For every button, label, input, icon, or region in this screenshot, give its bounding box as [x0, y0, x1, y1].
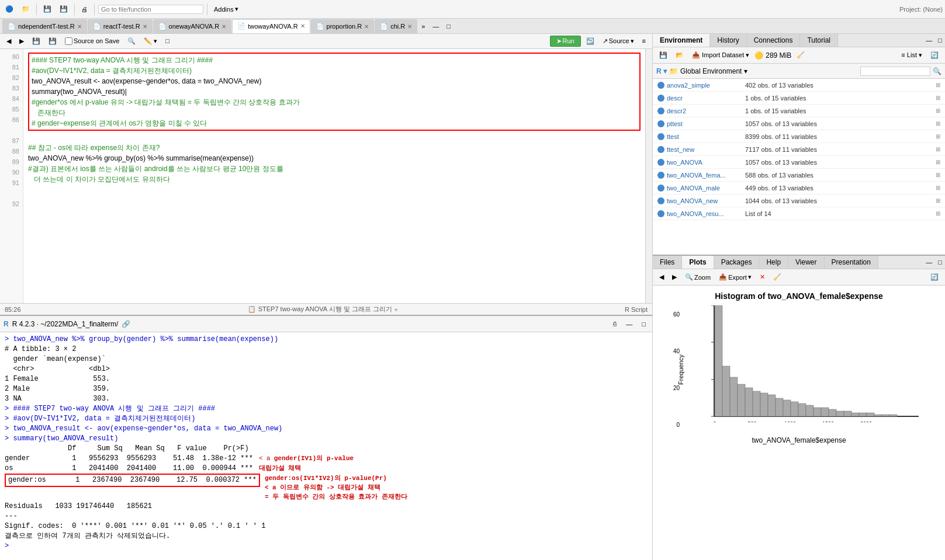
forward-btn[interactable]: ▶ [16, 36, 27, 47]
tab-help[interactable]: Help [759, 256, 788, 269]
source-on-save-check[interactable] [65, 37, 72, 45]
svg-rect-21 [829, 409, 836, 416]
tab-twoway[interactable]: 📄 twowayANOVA.R ✕ [232, 19, 310, 33]
go-to-input[interactable] [98, 5, 203, 14]
tab-connections[interactable]: Connections [747, 34, 801, 47]
svg-rect-23 [844, 411, 851, 416]
env-save-btn[interactable]: 💾 [656, 50, 670, 61]
console-line-5: 1 Female 553. [5, 374, 648, 384]
search-btn[interactable]: 🔍 [124, 36, 139, 47]
back-btn[interactable]: ◀ [4, 36, 14, 47]
source-btn[interactable]: ↗ Source ▾ [600, 36, 637, 47]
save-all-btn[interactable]: 💾 [57, 4, 71, 15]
env-item-two-anova-male[interactable]: two_ANOVA_male 449 obs. of 13 variables … [653, 182, 945, 194]
histogram-svg: 0 500 1000 1500 2000 [683, 305, 932, 422]
tab-close-2[interactable]: ✕ [221, 23, 226, 30]
tab-environment[interactable]: Environment [653, 34, 710, 47]
console-line-3: gender `mean(expense)` [5, 354, 648, 364]
tab-tutorial[interactable]: Tutorial [800, 34, 838, 47]
tab-close-0[interactable]: ✕ [77, 23, 82, 30]
open-file-btn[interactable]: 📁 [19, 4, 33, 15]
tab-viewer[interactable]: Viewer [788, 256, 824, 269]
env-item-descr2[interactable]: descr2 1 obs. of 15 variables ⊞ [653, 105, 945, 117]
tab-chi[interactable]: 📄 chi.R ✕ [375, 19, 417, 33]
tab-files[interactable]: Files [653, 256, 682, 269]
save-btn[interactable]: 💾 [40, 4, 54, 15]
env-item-two-anova[interactable]: two_ANOVA 1057 obs. of 13 variables ⊞ [653, 156, 945, 169]
console-signif: Signif. codes: 0 '***' 0.001 '**' 0.01 '… [5, 521, 648, 531]
annotation-os-label: 대립가설 채택 [259, 464, 302, 474]
refresh-env-btn[interactable]: 🔄 [927, 50, 941, 61]
print-btn[interactable]: 🖨 [78, 4, 91, 15]
tab-close-3[interactable]: ✕ [300, 23, 305, 29]
code-line-91: #결과) 표본에서 ios를 쓰는 사람들이 android를 쓰는 사람보다 … [28, 164, 641, 174]
plots-refresh-btn[interactable]: 🔄 [927, 272, 941, 283]
tab-proportion[interactable]: 📄 proportion.R ✕ [311, 19, 375, 33]
env-search[interactable] [860, 67, 930, 76]
tab-presentation[interactable]: Presentation [825, 256, 878, 269]
addins-btn[interactable]: Addins ▾ [211, 4, 241, 15]
zoom-btn[interactable]: 🔍 Zoom [682, 272, 714, 283]
console-min-btn[interactable]: — [623, 319, 635, 329]
env-item-anova2[interactable]: anova2_simple 402 obs. of 13 variables ⊞ [653, 79, 945, 92]
import-dataset-btn[interactable]: 📥 Import Dataset ▾ [689, 50, 752, 61]
tab-ndependent[interactable]: 📄 ndependentT-test.R ✕ [2, 19, 87, 33]
clear-plots-btn[interactable]: 🧹 [770, 272, 784, 283]
env-item-ttest[interactable]: ttest 8399 obs. of 11 variables ⊞ [653, 130, 945, 143]
delete-plot-btn[interactable]: ✕ [757, 272, 768, 283]
source-on-save-btn[interactable]: Source on Save [62, 36, 122, 47]
save-file-btn[interactable]: 💾 [29, 36, 43, 47]
env-item-two-anova-new[interactable]: two_ANOVA_new 1044 obs. of 13 variables … [653, 194, 945, 207]
tab-label-4: proportion.R [327, 23, 362, 30]
rerun-btn[interactable]: ↩️ [583, 36, 597, 47]
editor-content: 80 81 82 83 84 85 86 87 88 89 90 91 92 [0, 49, 652, 303]
svg-rect-9 [738, 384, 745, 416]
files-max-btn[interactable]: □ [935, 257, 945, 267]
plot-back-btn[interactable]: ◀ [656, 272, 667, 283]
sep3 [94, 4, 95, 15]
maximize-editor-btn[interactable]: □ [443, 21, 454, 32]
tab-label-2: onewayANOVA.R [169, 23, 220, 30]
editor-menu-btn[interactable]: ≡ [639, 36, 649, 46]
tab-oneway[interactable]: 📄 onewayANOVA.R ✕ [153, 19, 232, 33]
more-tabs-btn[interactable]: » [418, 21, 428, 32]
tab-close-1[interactable]: ✕ [143, 23, 147, 30]
env-item-descr[interactable]: descr 1 obs. of 15 variables ⊞ [653, 92, 945, 105]
env-load-btn[interactable]: 📂 [673, 50, 687, 61]
env-max-btn[interactable]: □ [935, 35, 945, 46]
tab-label-3: twowayANOVA.R [248, 23, 297, 30]
env-item-two-anova-female[interactable]: two_ANOVA_fema... 588 obs. of 13 variabl… [653, 169, 945, 182]
tab-react[interactable]: 📄 reactT-test.R ✕ [88, 19, 153, 33]
code-format-btn[interactable]: □ [162, 36, 172, 46]
console-max-btn[interactable]: □ [639, 319, 649, 329]
env-item-ttest-new[interactable]: ttest_new 7117 obs. of 11 variables ⊞ [653, 143, 945, 156]
tab-plots[interactable]: Plots [682, 256, 714, 269]
spellcheck-btn[interactable]: ✏️ ▾ [141, 36, 160, 47]
env-min-btn[interactable]: — [923, 35, 935, 46]
svg-rect-6 [715, 305, 722, 416]
plot-forward-btn[interactable]: ▶ [669, 272, 680, 283]
tab-close-4[interactable]: ✕ [364, 23, 369, 30]
script-type: R Script [625, 306, 648, 313]
editor-scrollbar[interactable] [645, 49, 652, 303]
tab-close-5[interactable]: ✕ [407, 23, 412, 30]
console-warning: 결측으로 인하여 7개의 관측치가 삭제되었습니다. [5, 531, 648, 541]
save-file-btn2[interactable]: 💾 [46, 36, 60, 47]
clear-env-btn[interactable]: 🧹 [794, 50, 808, 61]
env-item-two-anova-result[interactable]: two_ANOVA_resu... List of 14 ⊞ [653, 207, 945, 220]
run-btn[interactable]: ➤ Run [550, 36, 581, 47]
left-panel: ◀ ▶ 💾 💾 Source on Save 🔍 ✏️ ▾ □ ➤ Run ↩️… [0, 34, 653, 560]
export-btn[interactable]: 📥 Export ▾ [716, 272, 754, 283]
svg-rect-19 [814, 408, 821, 416]
tab-packages[interactable]: Packages [714, 256, 760, 269]
tab-history[interactable]: History [710, 34, 746, 47]
new-file-btn[interactable]: 🔵 [2, 4, 16, 15]
env-item-pttest[interactable]: pttest 1057 obs. of 13 variables ⊞ [653, 117, 945, 130]
console-content[interactable]: > two_ANOVA_new %>% group_by(gender) %>%… [0, 332, 652, 560]
files-min-btn[interactable]: — [923, 257, 935, 267]
minimize-editor-btn[interactable]: — [429, 21, 442, 32]
console-clear-btn[interactable]: ⎙ [610, 319, 619, 329]
zoom-label: Zoom [694, 274, 711, 281]
code-editor[interactable]: #### STEP7 two-way ANOVA 시행 및 그래프 그리기 ##… [23, 49, 645, 303]
list-view-btn[interactable]: ≡ List ▾ [898, 50, 925, 61]
